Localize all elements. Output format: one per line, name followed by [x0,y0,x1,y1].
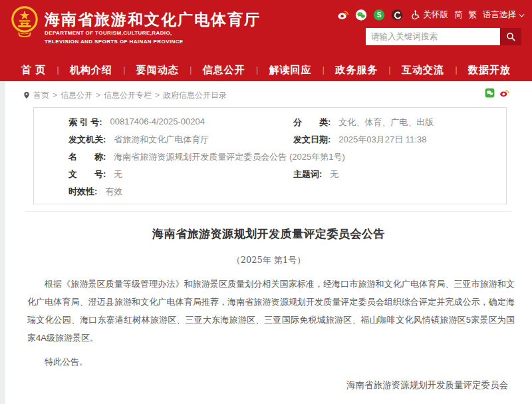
site-title: 海南省旅游和文化广电体育厅 [45,11,261,28]
meta-label-category: 分 类: [293,116,331,128]
meta-row: 时效性: 有效 [34,183,506,200]
meta-value-name: 海南省旅游资源规划开发质量评定委员会公告 (2025年第1号) [114,151,344,163]
breadcrumb-info-column[interactable]: 信息公开专栏 [104,90,152,101]
nav-item-open-data[interactable]: 数据开放 [468,64,511,77]
breadcrumb-info-disclosure[interactable]: 信息公开 [61,90,92,101]
search-bar [366,28,521,45]
document-meta-table: 索 引 号: 00817406-4/2025-00204 分 类: 文化、体育、… [33,107,507,204]
nav-item-home[interactable]: 首 页 [21,64,46,77]
site-logo[interactable]: 海南省旅游和文化广电体育厅 DEPARTMENT OF TOURISM,CULT… [11,5,261,45]
nav-item-interpretation[interactable]: 解读回应 [269,64,311,77]
share-weibo-icon[interactable] [499,88,509,98]
traditional-chinese-link[interactable]: 繁 [469,9,477,21]
s-app-icon[interactable]: S [373,9,385,21]
breadcrumb-gov-info-catalog[interactable]: 政府信息公开目录 [163,90,227,101]
nav-separator: | [57,65,59,75]
site-subtitle-en-1: DEPARTMENT OF TOURISM,CULTURE,RADIO, [45,30,261,37]
meta-label-subject-words: 主题词: [293,168,322,180]
meta-label-index-no: 索 引 号: [68,116,102,128]
meta-label-validity: 时效性: [68,186,97,198]
share-buttons [485,88,509,98]
accessibility-icon[interactable] [409,9,421,21]
national-emblem-icon [11,5,39,43]
meta-value-category: 文化、体育、广电、出版 [338,116,434,128]
care-version-link[interactable]: 关怀版 [424,9,449,21]
nav-separator: | [256,65,258,75]
svg-text:S: S [376,11,381,19]
meta-label-issue-date: 发文日期: [293,134,331,146]
header-toolbar: S 关怀版 简 繁 语言选择 [331,9,523,21]
site-subtitle-en-2: TELEVISION AND SPORTS OF HAINAN PROVINCE [45,39,261,45]
nav-item-news[interactable]: 要闻动态 [136,64,179,77]
meta-value-subject-words: 无 [330,168,338,180]
breadcrumb-separator: > [53,91,57,100]
search-button[interactable] [500,28,521,45]
meta-label-name: 名 称: [68,151,106,163]
weibo-icon[interactable] [337,9,349,21]
meta-label-doc-no: 文 号: [68,168,106,180]
meta-row: 文 号: 无 主题词: 无 [34,166,506,183]
meta-value-issuing-agency: 省旅游和文化广电体育厅 [114,134,209,146]
meta-label-issuing-agency: 发文机关: [68,134,106,146]
meta-value-issue-date: 2025年03月27日 11:38 [338,134,426,146]
nav-separator: | [323,65,325,75]
search-input[interactable] [366,28,500,45]
divider [25,211,512,212]
main-nav: 首 页 | 机构介绍 | 要闻动态 | 信息公开 | 解读回应 | 政务服务 |… [0,59,532,81]
language-select[interactable]: 语言选择 [483,9,523,21]
meta-row: 发文机关: 省旅游和文化广电体育厅 发文日期: 2025年03月27日 11:3… [34,131,506,148]
app-icon[interactable] [391,9,403,21]
nav-separator: | [455,65,457,75]
breadcrumb-separator: > [155,91,160,100]
meta-row: 名 称: 海南省旅游资源规划开发质量评定委员会公告 (2025年第1号) [34,148,506,166]
search-icon [505,31,516,42]
meta-row: 索 引 号: 00817406-4/2025-00204 分 类: 文化、体育、… [34,114,506,131]
article-signature: 海南省旅游资源规划开发质量评定委员会 [5,379,508,391]
article-closing: 特此公告。 [27,356,515,368]
site-header: 海南省旅游和文化广电体育厅 DEPARTMENT OF TOURISM,CULT… [0,0,532,59]
meta-value-index-no: 00817406-4/2025-00204 [110,116,205,126]
breadcrumb-separator: > [96,91,100,100]
meta-value-doc-no: 无 [114,168,122,180]
nav-item-interaction[interactable]: 互动交流 [402,64,444,77]
nav-separator: | [123,65,125,75]
nav-item-info-disclosure[interactable]: 信息公开 [203,64,245,77]
nav-separator: | [190,65,192,75]
location-pin-icon [23,91,31,100]
breadcrumb-home[interactable]: 首页 [33,90,49,101]
article-body: 根据《旅游景区质量等级管理办法》和旅游景区质量划分相关国家标准，经海口市旅游和文… [27,275,515,347]
nav-item-about[interactable]: 机构介绍 [70,64,112,77]
main-content: 首页 > 信息公开 > 信息公开专栏 > 政府信息公开目录 索 引 号: 008… [5,81,532,404]
article-title: 海南省旅游资源规划开发质量评定委员会公告 [5,226,532,242]
breadcrumb: 首页 > 信息公开 > 信息公开专栏 > 政府信息公开目录 [23,89,532,101]
wechat-icon[interactable] [355,9,367,21]
article-issue-number: （2025年 第1号） [5,254,532,266]
simplified-chinese-link[interactable]: 简 [454,9,463,21]
share-wechat-icon[interactable] [485,88,495,98]
meta-value-validity: 有效 [105,186,122,198]
nav-separator: | [389,65,391,75]
chevron-down-icon [519,11,524,17]
nav-item-gov-services[interactable]: 政务服务 [335,64,378,77]
